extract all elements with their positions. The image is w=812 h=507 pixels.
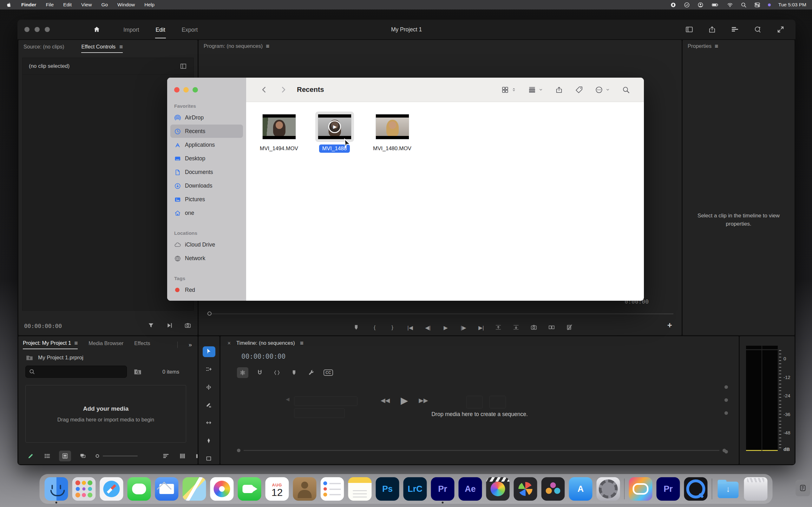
timeline-vertical-scrollbar[interactable] bbox=[724, 385, 728, 415]
menu-item-file[interactable]: File bbox=[46, 2, 54, 8]
view-picker-button[interactable] bbox=[501, 86, 516, 94]
back-button[interactable] bbox=[260, 86, 268, 94]
filter-funnel-icon[interactable] bbox=[148, 322, 155, 330]
dock-overflow-chip[interactable] bbox=[796, 480, 810, 496]
tab-source[interactable]: Source: (no clips) bbox=[23, 44, 64, 53]
linked-selection-toggle[interactable] bbox=[271, 367, 283, 378]
lift-button[interactable] bbox=[495, 324, 503, 331]
sidebar-item-red[interactable]: Red bbox=[170, 283, 243, 297]
share-icon[interactable] bbox=[708, 25, 716, 34]
pen-tool[interactable] bbox=[203, 435, 215, 446]
user-account-icon[interactable] bbox=[698, 2, 704, 8]
global-fx-mute-button[interactable] bbox=[566, 324, 574, 331]
tab-edit[interactable]: Edit bbox=[155, 21, 166, 38]
dock-app-trash[interactable] bbox=[744, 477, 768, 501]
add-marker-toggle[interactable] bbox=[288, 367, 300, 378]
timeline-header[interactable]: Timeline: (no sequences) bbox=[236, 340, 295, 346]
screen-record-indicator-icon[interactable] bbox=[670, 2, 676, 8]
play-button[interactable]: ▶ bbox=[442, 325, 450, 331]
add-marker-button[interactable] bbox=[353, 324, 361, 331]
project-search-box[interactable] bbox=[26, 366, 127, 378]
home-icon[interactable] bbox=[93, 26, 101, 33]
comparison-view-button[interactable] bbox=[548, 324, 556, 331]
panel-menu-icon[interactable]: ≡ bbox=[74, 340, 78, 346]
sidebar-item-applications[interactable]: Applications bbox=[170, 138, 243, 152]
mark-out-button[interactable]: } bbox=[388, 325, 397, 331]
file-item[interactable]: MVI_1480.MOV bbox=[366, 112, 418, 153]
play-in-to-out-icon[interactable] bbox=[166, 322, 173, 330]
dock-app-finder[interactable] bbox=[45, 477, 68, 501]
dock-app-photoshop[interactable]: Ps bbox=[376, 477, 399, 501]
list-view-button[interactable] bbox=[43, 451, 52, 461]
tab-export[interactable]: Export bbox=[181, 21, 199, 38]
rectangle-tool[interactable] bbox=[203, 453, 215, 464]
apple-logo-icon[interactable] bbox=[6, 2, 12, 8]
tags-button[interactable] bbox=[575, 86, 583, 94]
export-frame-icon[interactable] bbox=[184, 322, 192, 330]
dock-app-notes[interactable] bbox=[348, 477, 372, 501]
folder-search-icon[interactable] bbox=[133, 367, 142, 376]
selection-tool[interactable] bbox=[203, 346, 215, 357]
source-timecode[interactable]: 00:00:00:00 bbox=[24, 323, 62, 329]
zoom-slider[interactable] bbox=[95, 453, 138, 459]
forward-button[interactable] bbox=[279, 86, 287, 94]
video-thumbnail[interactable] bbox=[376, 114, 409, 139]
timeline-timecode[interactable]: 00:00:00:00 bbox=[241, 353, 286, 360]
dock-app-reminders[interactable] bbox=[321, 477, 344, 501]
dock-app-compressor[interactable] bbox=[514, 477, 537, 501]
sidebar-item-documents[interactable]: Documents bbox=[170, 165, 243, 179]
menu-item-go[interactable]: Go bbox=[101, 2, 108, 8]
project-file-row[interactable]: My Project 1.prproj bbox=[18, 349, 198, 362]
dock-app-final-cut-pro[interactable] bbox=[486, 477, 510, 501]
sidebar-item-icloud-drive[interactable]: iCloud Drive bbox=[170, 238, 243, 251]
tab-media-browser[interactable]: Media Browser bbox=[89, 340, 123, 349]
icon-view-button[interactable] bbox=[59, 451, 71, 461]
dock-app-contacts[interactable] bbox=[293, 477, 316, 501]
more-actions-button[interactable] bbox=[595, 86, 610, 94]
new-bin-button[interactable] bbox=[194, 451, 198, 461]
razor-tool[interactable] bbox=[203, 400, 215, 411]
sidebar-item-airdrop[interactable]: AirDrop bbox=[170, 111, 243, 124]
sidebar-item-one[interactable]: one bbox=[170, 206, 243, 220]
freeform-view-button[interactable] bbox=[78, 451, 88, 461]
extract-button[interactable] bbox=[513, 324, 521, 331]
ripple-edit-tool[interactable] bbox=[203, 382, 215, 393]
panel-menu-icon[interactable]: ≡ bbox=[266, 43, 269, 49]
step-forward-button[interactable]: |▶ bbox=[459, 325, 467, 331]
quick-search-icon[interactable] bbox=[754, 25, 762, 34]
timeline-settings-toggle[interactable] bbox=[305, 367, 317, 378]
read-write-pencil-button[interactable] bbox=[26, 451, 36, 461]
wifi-icon[interactable] bbox=[727, 2, 733, 8]
finder-traffic-lights[interactable] bbox=[167, 87, 246, 93]
snap-toggle[interactable] bbox=[254, 367, 265, 378]
sidebar-item-downloads[interactable]: Downloads bbox=[170, 179, 243, 192]
close-panel-icon[interactable]: × bbox=[227, 340, 231, 347]
dock-app-creative-cloud[interactable] bbox=[629, 477, 653, 501]
search-button[interactable] bbox=[622, 86, 630, 94]
dock-app-davinci-resolve[interactable] bbox=[542, 477, 565, 501]
dock-app-app-store[interactable]: A bbox=[569, 477, 593, 501]
close-button[interactable] bbox=[174, 87, 180, 93]
workspaces-icon[interactable] bbox=[731, 25, 739, 34]
video-thumbnail[interactable]: ▶ bbox=[318, 114, 351, 139]
dock-app-downloads-folder[interactable]: ↓ bbox=[716, 477, 740, 501]
add-button[interactable]: + bbox=[667, 320, 672, 330]
spotlight-search-icon[interactable] bbox=[741, 2, 747, 8]
dock-app-after-effects[interactable]: Ae bbox=[459, 477, 482, 501]
workspace-panel-icon[interactable] bbox=[685, 25, 693, 34]
dock-app-facetime[interactable] bbox=[238, 477, 261, 501]
panel-menu-icon[interactable]: ≡ bbox=[300, 340, 304, 346]
menu-item-edit[interactable]: Edit bbox=[63, 2, 72, 8]
dock-app-mail[interactable] bbox=[155, 477, 179, 501]
menu-bar-clock[interactable]: Tue 5:03 PM bbox=[778, 2, 806, 8]
zoom-button[interactable] bbox=[193, 87, 198, 93]
panel-overflow-chevron[interactable]: » bbox=[189, 341, 193, 348]
sidebar-item-recents[interactable]: Recents bbox=[170, 124, 243, 138]
sidebar-item-network[interactable]: Network bbox=[170, 251, 243, 265]
menu-item-window[interactable]: Window bbox=[117, 2, 135, 8]
dock-app-premiere-pro[interactable]: Pr bbox=[431, 477, 455, 501]
playhead-knob[interactable] bbox=[207, 312, 212, 316]
split-view-icon[interactable] bbox=[180, 62, 187, 70]
tab-import[interactable]: Import bbox=[123, 21, 140, 38]
panel-menu-icon[interactable]: ≡ bbox=[119, 44, 123, 50]
